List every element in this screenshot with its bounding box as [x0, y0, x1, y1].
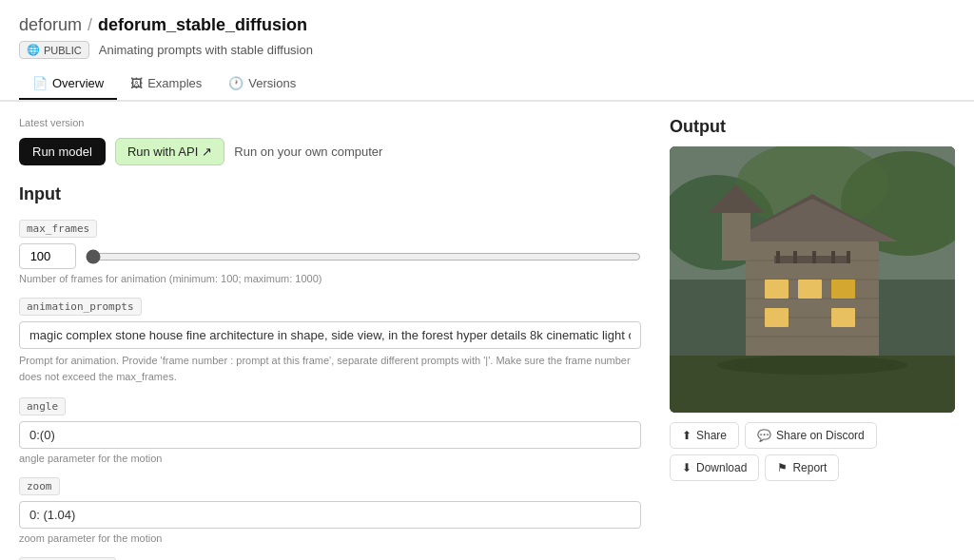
zoom-label: zoom [19, 477, 60, 495]
angle-hint: angle parameter for the motion [19, 453, 641, 464]
share-button[interactable]: ⬆ Share [670, 422, 739, 449]
angle-input[interactable] [19, 421, 641, 449]
tab-examples[interactable]: 🖼 Examples [117, 68, 215, 100]
svg-rect-19 [831, 308, 855, 327]
run-model-button[interactable]: Run model [19, 138, 106, 165]
versions-icon: 🕐 [228, 76, 244, 90]
field-angle: angle angle parameter for the motion [19, 397, 641, 464]
subtitle-row: 🌐 PUBLIC Animating prompts with stable d… [19, 41, 955, 59]
max-frames-label: max_frames [19, 220, 97, 238]
zoom-hint: zoom parameter for the motion [19, 532, 641, 544]
discord-icon: 💬 [757, 429, 771, 442]
run-own-button[interactable]: Run on your own computer [234, 145, 382, 159]
animation-prompts-hint: Prompt for animation. Provide 'frame num… [19, 353, 641, 384]
tab-bar: 📄 Overview 🖼 Examples 🕐 Versions [19, 68, 955, 100]
share-icon: ⬆ [682, 429, 692, 442]
output-panel: Output [670, 117, 955, 560]
download-button[interactable]: ⬇ Download [670, 454, 759, 481]
tab-versions[interactable]: 🕐 Versions [215, 68, 309, 100]
globe-icon: 🌐 [27, 44, 40, 56]
svg-rect-26 [831, 251, 835, 263]
repo-name[interactable]: deforum_stable_diffusion [98, 15, 307, 35]
svg-rect-17 [831, 280, 855, 299]
main-content: Latest version Run model Run with API ↗ … [0, 102, 974, 560]
svg-rect-16 [798, 280, 822, 299]
svg-rect-25 [812, 251, 816, 263]
share-discord-button[interactable]: 💬 Share on Discord [745, 422, 877, 449]
svg-rect-24 [793, 251, 797, 263]
angle-label: angle [19, 397, 66, 415]
action-row: Run model Run with API ↗ Run on your own… [19, 138, 641, 165]
animation-prompts-label: animation_prompts [19, 298, 142, 316]
report-button[interactable]: ⚑ Report [765, 454, 839, 481]
svg-rect-27 [847, 251, 850, 263]
overview-icon: 📄 [32, 76, 48, 90]
tab-overview[interactable]: 📄 Overview [19, 68, 117, 100]
output-actions: ⬆ Share 💬 Share on Discord ⬇ Download ⚑ … [670, 422, 955, 481]
svg-rect-23 [776, 251, 780, 263]
input-section-title: Input [19, 184, 641, 204]
examples-icon: 🖼 [130, 76, 143, 90]
org-name[interactable]: deforum [19, 15, 82, 35]
input-panel: Latest version Run model Run with API ↗ … [19, 117, 641, 560]
output-image [670, 146, 955, 413]
output-illustration [670, 146, 955, 413]
page-header: deforum / deforum_stable_diffusion 🌐 PUB… [0, 0, 974, 101]
external-link-icon: ↗ [202, 145, 212, 159]
zoom-input[interactable] [19, 501, 641, 529]
svg-rect-15 [765, 280, 789, 299]
max-frames-slider[interactable] [86, 249, 641, 264]
visibility-badge: 🌐 PUBLIC [19, 41, 89, 59]
breadcrumb: deforum / deforum_stable_diffusion [19, 15, 955, 35]
svg-rect-13 [722, 213, 750, 261]
version-label: Latest version [19, 117, 641, 128]
slider-row [19, 243, 641, 269]
field-zoom: zoom zoom parameter for the motion [19, 477, 641, 544]
field-max-frames: max_frames Number of frames for animatio… [19, 220, 641, 284]
output-section-title: Output [670, 117, 955, 137]
animation-prompts-input[interactable] [19, 321, 641, 349]
svg-point-21 [717, 356, 907, 375]
download-icon: ⬇ [682, 461, 692, 474]
separator: / [88, 15, 92, 35]
field-animation-prompts: animation_prompts Prompt for animation. … [19, 298, 641, 384]
svg-rect-18 [765, 308, 789, 327]
report-icon: ⚑ [777, 461, 788, 474]
repo-description: Animating prompts with stable diffusion [99, 43, 313, 57]
max-frames-input[interactable] [19, 243, 76, 269]
max-frames-hint: Number of frames for animation (minimum:… [19, 273, 641, 284]
run-api-button[interactable]: Run with API ↗ [115, 138, 224, 165]
